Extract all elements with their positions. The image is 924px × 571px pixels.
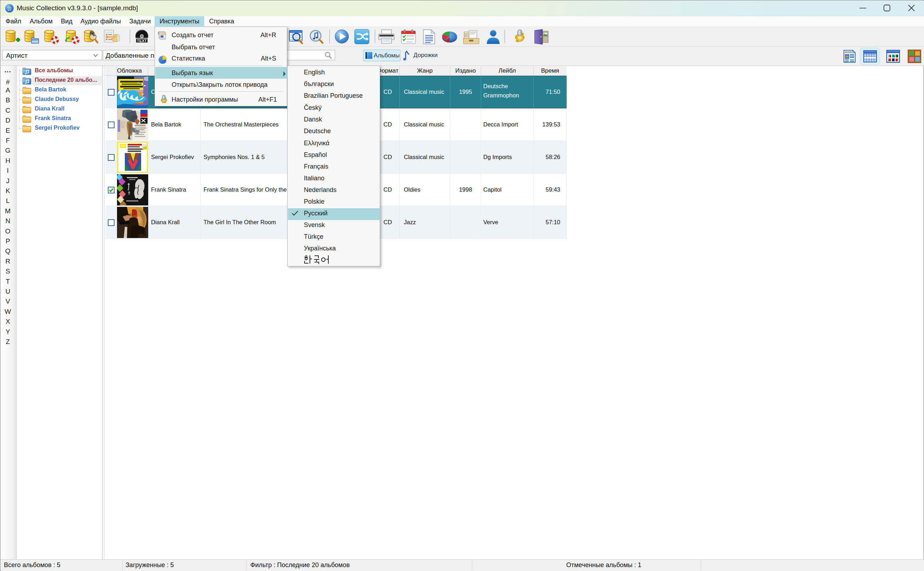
svg-text:TEXT: TEXT: [137, 39, 147, 43]
svg-text:♫: ♫: [7, 5, 12, 12]
